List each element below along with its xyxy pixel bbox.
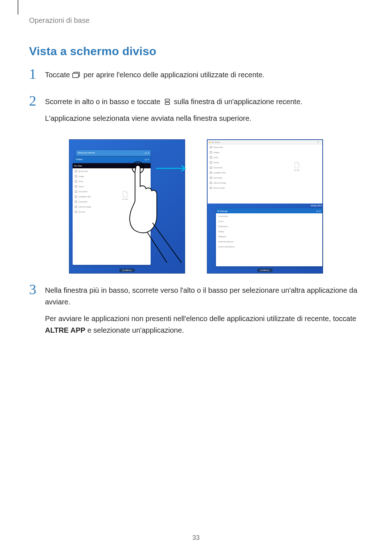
file-row: Recent files (210, 145, 320, 149)
step-followup: L'applicazione selezionata viene avviata… (45, 112, 363, 124)
settings-row: Wallpaper (218, 234, 320, 239)
breadcrumb: Operazioni di base (29, 16, 363, 25)
svg-rect-2 (165, 99, 170, 101)
no-files-placeholder: No files (279, 162, 315, 171)
file-row: Downloads (210, 176, 320, 180)
recent-card-1: Samsung Internet⊟ ✕ (76, 150, 151, 156)
file-row: Images (210, 150, 320, 155)
swipe-arrow-icon (156, 165, 189, 172)
card-label: Settings (220, 210, 228, 212)
close-all-button: CLOSE ALL (257, 268, 273, 272)
file-row: Secure Folder (210, 186, 320, 190)
page-margin-mark (17, 0, 19, 15)
step-followup: Per avviare le applicazioni non presenti… (45, 313, 363, 336)
settings-row: Display (218, 229, 320, 234)
page-number: 33 (0, 534, 392, 542)
search-bar: 📂 🔍 Search ⬆ ⋮ (208, 140, 322, 144)
illustration: Samsung Internet⊟ ✕ Gallery⊟ ✕ My Files … (29, 139, 363, 274)
page-content: Operazioni di base Vista a schermo divis… (0, 0, 392, 362)
step-text: Nella finestra più in basso, scorrete ve… (45, 284, 363, 308)
device-screen-right: 📂 🔍 Search ⬆ ⋮ Recent files Images Audio… (207, 139, 323, 274)
step-text: per aprire l'elenco delle applicazioni u… (81, 71, 264, 79)
step-text: Per avviare le applicazioni non presenti… (45, 315, 356, 323)
card-label: Samsung Internet (78, 152, 95, 154)
step-1: 1 Toccate per aprire l'elenco delle appl… (29, 69, 363, 86)
step-3: 3 Nella finestra più in basso, scorrete … (29, 284, 363, 341)
step-text: e selezionate un'applicazione. (85, 326, 184, 334)
file-row: Audio (210, 155, 320, 160)
settings-row: Advanced features (218, 239, 320, 244)
more-apps-label: MORE APPS (311, 205, 322, 207)
more-apps-bold: ALTRE APP (45, 326, 85, 334)
card-label: Gallery (76, 158, 83, 160)
step-body: Nella finestra più in basso, scorrete ve… (45, 284, 363, 341)
settings-row: Device maintenance (218, 245, 320, 249)
device-screen-left: Samsung Internet⊟ ✕ Gallery⊟ ✕ My Files … (69, 139, 185, 274)
settings-row: Connections (218, 214, 320, 218)
bottom-recent-card: ⚙ Settings⊟ ✕ Connections Sound Notifica… (216, 208, 322, 266)
settings-row: Notifications (218, 224, 320, 229)
recent-apps-icon (72, 72, 81, 78)
step-number: 3 (29, 282, 42, 297)
step-2: 2 Scorrete in alto o in basso e toccate … (29, 96, 363, 129)
split-view-icon (163, 99, 172, 105)
svg-rect-1 (73, 73, 78, 78)
card-label: My Files (74, 165, 82, 167)
svg-rect-3 (165, 102, 170, 104)
step-body: Scorrete in alto o in basso e toccate su… (45, 96, 363, 129)
step-number: 1 (29, 67, 42, 81)
step-text: sulla finestra di un'applicazione recent… (172, 98, 303, 106)
step-body: Toccate per aprire l'elenco delle applic… (45, 69, 363, 86)
step-text: Toccate (45, 71, 72, 79)
close-all-button: CLOSE ALL (119, 268, 135, 272)
hand-gesture-icon (127, 161, 185, 263)
file-row: Internal storage (210, 181, 320, 185)
step-number: 2 (29, 94, 42, 108)
settings-row: Sound (218, 219, 320, 223)
top-panel: 📂 🔍 Search ⬆ ⋮ Recent files Images Audio… (208, 140, 322, 204)
section-title: Vista a schermo diviso (29, 45, 363, 58)
step-text: Scorrete in alto o in basso e toccate (45, 98, 163, 106)
